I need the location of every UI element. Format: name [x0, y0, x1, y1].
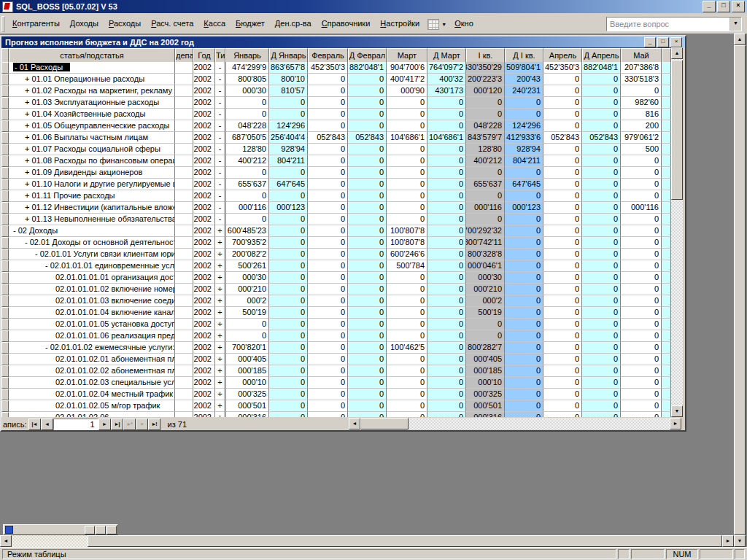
column-header[interactable]: Апрель [543, 48, 582, 63]
cell-clipped[interactable] [662, 190, 671, 202]
cell-value[interactable]: 0 [427, 284, 466, 295]
table-row[interactable]: + 01.11 Прочие расходы2002-00000000000 [1, 190, 683, 202]
table-row[interactable]: - 02.01.01.02 ежемесячные услуги:2002+1'… [1, 342, 683, 354]
cell-clipped[interactable] [662, 179, 671, 190]
cell-value[interactable]: 0 [348, 365, 387, 377]
cell-depart[interactable] [175, 62, 193, 74]
cell-value[interactable]: 0 [582, 120, 621, 132]
cell-value[interactable]: 501'000 [466, 400, 505, 412]
cell-value[interactable]: 0 [348, 342, 387, 354]
cell-value[interactable]: 0 [582, 272, 621, 284]
cell-year[interactable]: 2002 [193, 179, 215, 190]
cell-value[interactable]: 80'128 [225, 144, 269, 155]
cell-year[interactable]: 2002 [193, 97, 215, 109]
cell-value[interactable]: 0 [543, 225, 582, 237]
cell-value[interactable]: 0 [543, 97, 582, 109]
mdi-hscroll-left-icon[interactable]: ◄ [0, 535, 12, 547]
cell-type[interactable]: - [215, 62, 225, 74]
cell-value[interactable]: 0 [582, 155, 621, 167]
app-titlebar[interactable]: SQL_BOSS [05.07.02] V 53 _ □ × [0, 0, 747, 13]
cell-value[interactable]: 0 [348, 272, 387, 284]
first-record-button[interactable]: |◄ [28, 419, 41, 430]
cell-year[interactable]: 2002 [193, 389, 215, 400]
row-selector[interactable] [1, 377, 9, 389]
cell-value[interactable]: 1'046'000 [466, 260, 505, 272]
minimized-close-button[interactable] [107, 526, 117, 534]
cell-value[interactable]: 0 [387, 295, 427, 307]
cell-value[interactable]: 185'000 [225, 365, 269, 377]
cell-statya[interactable]: + 01.03 Эксплуатационные расходы [9, 97, 175, 109]
cell-value[interactable]: 0 [427, 319, 466, 330]
menu-item-10[interactable]: Окно [449, 17, 479, 30]
menu-item-7[interactable]: Ден.ср-ва [270, 17, 317, 30]
cell-value[interactable]: 0 [543, 167, 582, 179]
column-header[interactable]: I кв. [466, 48, 505, 63]
cell-type[interactable]: + [215, 249, 225, 260]
cell-value[interactable]: 0 [543, 295, 582, 307]
grid-hscroll-track[interactable] [409, 418, 670, 429]
cell-value[interactable]: 0 [387, 272, 427, 284]
table-row[interactable]: 02.01.01.02.01 абонементная плат2002+405… [1, 354, 683, 365]
cell-value[interactable]: 123'000 [505, 202, 543, 214]
cell-value[interactable]: 0 [427, 120, 466, 132]
cell-value[interactable]: 0 [387, 365, 427, 377]
cell-value[interactable]: 9'299'474 [225, 62, 269, 74]
table-row[interactable]: 02.01.01.02.03 специальные услуг2002+10'… [1, 377, 683, 389]
mdi-vscroll-thumb[interactable] [734, 45, 746, 535]
ask-question-dropdown-icon[interactable]: ▼ [729, 18, 741, 31]
cell-depart[interactable] [175, 365, 193, 377]
column-header[interactable]: Январь [225, 48, 269, 63]
cell-value[interactable]: 0 [308, 354, 348, 365]
cell-value[interactable]: 0 [543, 202, 582, 214]
cell-value[interactable]: 500 [621, 144, 662, 155]
cell-statya[interactable]: 02.01.01.01.03 включение соедини [9, 295, 175, 307]
cell-clipped[interactable] [662, 225, 671, 237]
cell-value[interactable]: 261'500 [225, 260, 269, 272]
cell-value[interactable]: 0 [505, 97, 543, 109]
cell-value[interactable]: 0 [269, 109, 308, 120]
cell-statya[interactable]: 02.01.01.02.01 абонементная плат [9, 354, 175, 365]
row-selector[interactable] [1, 260, 9, 272]
cell-value[interactable]: 0 [543, 284, 582, 295]
cell-value[interactable]: 0 [505, 260, 543, 272]
cell-depart[interactable] [175, 155, 193, 167]
cell-value[interactable]: 1'686'104 [427, 132, 466, 144]
cell-year[interactable]: 2002 [193, 354, 215, 365]
menu-item-1[interactable]: Контрагенты [7, 17, 65, 30]
cell-value[interactable]: 0 [348, 179, 387, 190]
cell-value[interactable]: 0 [427, 377, 466, 389]
cell-value[interactable]: 0 [269, 284, 308, 295]
cell-clipped[interactable] [662, 307, 671, 319]
cell-value[interactable]: 0 [427, 179, 466, 190]
column-header[interactable]: Д Январь [269, 48, 308, 63]
table-row[interactable]: + 01.05 Общеуправленческие расходы2002-2… [1, 120, 683, 132]
next-record-button[interactable]: ► [98, 419, 111, 430]
cell-type[interactable]: + [215, 295, 225, 307]
cell-value[interactable]: 0 [582, 330, 621, 342]
scroll-thumb[interactable] [671, 60, 683, 200]
cell-value[interactable]: 0 [269, 214, 308, 225]
cell-value[interactable]: 0 [308, 190, 348, 202]
cell-value[interactable]: 0 [466, 319, 505, 330]
cell-depart[interactable] [175, 260, 193, 272]
cell-value[interactable]: 0 [505, 214, 543, 225]
cell-value[interactable]: 6'933'412 [505, 132, 543, 144]
cell-value[interactable]: 805'800 [225, 74, 269, 85]
cell-value[interactable]: 0 [308, 412, 348, 417]
cell-clipped[interactable] [662, 85, 671, 97]
cell-value[interactable]: 8'807'100 [387, 237, 427, 249]
table-row[interactable]: + 01.09 Дивиденды акционеров2002-0000000… [1, 167, 683, 179]
table-row[interactable]: + 01.10 Налоги и другие регулируемые вь2… [1, 179, 683, 190]
cell-value[interactable]: 0 [582, 225, 621, 237]
cell-statya[interactable]: + 01.12 Инвестиции (капитальные вложен [9, 202, 175, 214]
table-row[interactable]: + 01.13 Невыполненные обязяательства :20… [1, 214, 683, 225]
cell-value[interactable]: 1'048'882 [348, 62, 387, 74]
scroll-down-icon[interactable]: ▼ [671, 405, 683, 417]
cell-value[interactable]: 0 [621, 330, 662, 342]
cell-value[interactable]: 0 [308, 272, 348, 284]
grid-hscroll-left-icon[interactable]: ◄ [349, 418, 360, 429]
cell-value[interactable]: 210'000 [466, 284, 505, 295]
app-minimize-button[interactable]: _ [703, 1, 716, 12]
cell-value[interactable]: 0 [427, 412, 466, 417]
cell-value[interactable]: 0 [621, 412, 662, 417]
